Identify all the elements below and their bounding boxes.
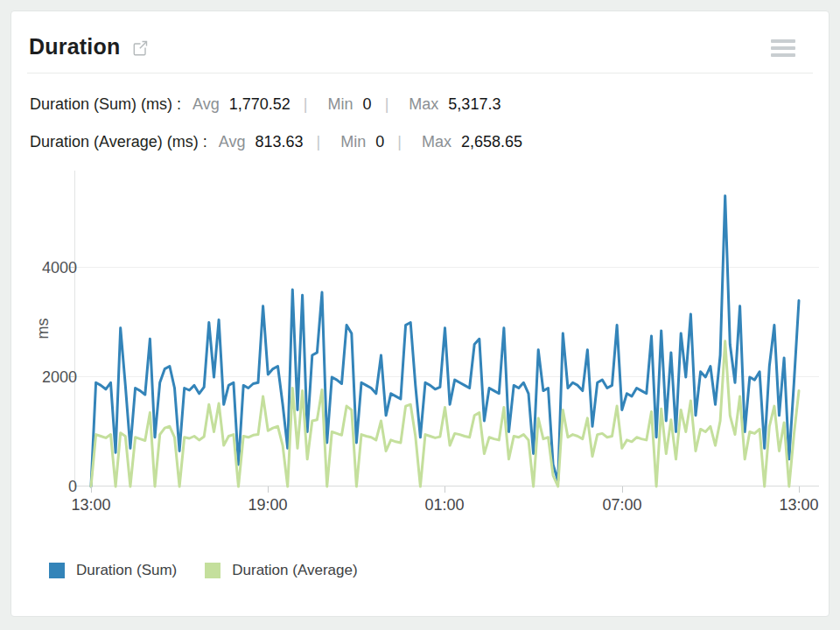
hamburger-menu-icon[interactable]	[771, 39, 795, 60]
max-label: Max	[422, 133, 452, 150]
x-tick-label: 01:00	[410, 496, 480, 514]
stats-summary: Duration (Sum) (ms) : Avg 1,770.52 | Min…	[30, 95, 522, 171]
stat-label: Duration (Sum) (ms) :	[30, 95, 181, 113]
chart-legend: Duration (Sum) Duration (Average)	[49, 562, 358, 579]
page-title: Duration	[29, 34, 120, 60]
stat-line-sum: Duration (Sum) (ms) : Avg 1,770.52 | Min…	[30, 95, 522, 118]
min-value: 0	[363, 95, 372, 113]
max-value: 2,658.65	[461, 133, 522, 150]
x-tick	[91, 486, 92, 493]
separator: |	[397, 133, 402, 150]
line-chart	[74, 176, 819, 486]
legend-item-sum[interactable]: Duration (Sum)	[49, 562, 177, 579]
avg-label: Avg	[192, 95, 220, 113]
widget-header: Duration	[11, 11, 829, 73]
legend-swatch-sum	[49, 563, 65, 578]
avg-value: 813.63	[255, 133, 303, 150]
x-tick-label: 13:00	[764, 496, 834, 514]
x-tick-label: 19:00	[233, 496, 303, 514]
x-tick-label: 13:00	[56, 496, 126, 514]
separator: |	[385, 95, 389, 113]
legend-label: Duration (Sum)	[76, 562, 177, 579]
y-tick-label-2000: 2000	[24, 368, 77, 387]
x-tick	[799, 486, 800, 493]
min-label: Min	[340, 133, 366, 150]
x-tick	[268, 486, 269, 493]
max-value: 5,317.3	[448, 95, 500, 113]
y-tick-label-4000: 4000	[24, 259, 77, 277]
max-label: Max	[409, 95, 438, 113]
legend-label: Duration (Average)	[232, 562, 357, 579]
avg-value: 1,770.52	[229, 95, 290, 113]
duration-widget-card: Duration Duration (Sum) (ms) : Avg 1,770…	[10, 10, 830, 617]
series-line-sum	[91, 196, 799, 486]
separator: |	[317, 133, 321, 150]
y-axis-title: ms	[34, 318, 52, 340]
header-divider	[27, 73, 813, 74]
x-tick	[444, 486, 445, 493]
min-label: Min	[328, 95, 354, 113]
x-tick	[622, 486, 623, 493]
stat-label: Duration (Average) (ms) :	[30, 133, 207, 150]
legend-swatch-average	[205, 563, 220, 578]
min-value: 0	[375, 133, 384, 150]
legend-item-average[interactable]: Duration (Average)	[205, 562, 357, 579]
y-tick-label-0: 0	[24, 478, 77, 496]
x-tick-label: 07:00	[587, 496, 657, 514]
stat-line-average: Duration (Average) (ms) : Avg 813.63 | M…	[30, 133, 522, 156]
separator: |	[304, 95, 308, 113]
avg-label: Avg	[219, 133, 246, 150]
open-in-new-icon[interactable]	[131, 39, 149, 57]
chart-lines	[74, 176, 819, 486]
